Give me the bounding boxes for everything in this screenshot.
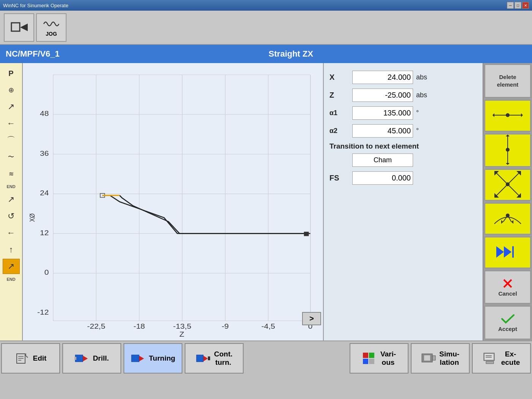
minimize-button[interactable]: ─ [507,2,514,9]
svg-text:24: 24 [40,189,49,197]
alpha2-label: α2 [329,127,352,135]
turning-icon [131,351,146,366]
title-text: WinNC for Sinumerik Operate [3,3,68,8]
arc-icon [492,209,523,228]
transition-label: Transition to next element [329,142,477,150]
sidebar-item-arc2[interactable]: ↺ [3,209,20,224]
main-area: P ⊕ ↗ ← ⌒ 〜 ≋ END ↗ ↺ ← ↑ ↗ END [0,63,532,340]
various-button[interactable]: Vari-ous [350,343,408,374]
alpha1-value-input[interactable]: 135.000 [352,106,413,120]
edit-button[interactable]: Edit [1,343,60,374]
simulation-label: Simu-lation [439,350,459,367]
simulation-button[interactable]: Simu-lation [411,343,470,374]
alpha2-unit: ° [416,127,419,135]
drill-icon [74,351,90,366]
fast-forward-button[interactable] [484,236,531,269]
sidebar-item-arrow3[interactable]: ↗ [3,192,20,207]
svg-rect-73 [363,359,368,364]
fs-value: 0.000 [392,174,411,182]
x-value-input[interactable]: 24.000 [352,71,413,84]
cross-expand-button[interactable] [484,169,531,201]
jog-button[interactable]: JOG [36,13,66,42]
svg-marker-1 [20,24,28,31]
accept-button[interactable]: Accept [484,306,531,340]
sidebar-item-wave[interactable]: 〜 [3,149,20,165]
arrow-horizontal-button[interactable] [484,100,531,132]
alpha2-value-input[interactable]: 45.000 [352,124,413,138]
svg-line-41 [496,184,508,196]
svg-rect-74 [369,359,374,364]
arrow-vertical-icon [502,135,513,165]
x-field-label: X [329,73,352,82]
sidebar-item-arrow2[interactable]: ← [3,116,20,131]
svg-marker-35 [506,135,510,136]
sidebar-item-wave2[interactable]: ≋ [3,166,20,181]
svg-point-37 [506,148,510,152]
svg-text:-4,5: -4,5 [261,322,275,330]
alpha1-field-row: α1 135.000 ° [329,106,477,120]
sidebar-item-crosshair[interactable]: ⊕ [3,82,20,98]
svg-text:XØ: XØ [28,213,36,222]
alpha2-value: 45.000 [388,127,411,135]
arc-button[interactable] [484,203,531,235]
drill-label: Drill. [93,354,109,363]
chart-svg: 48 36 24 12 0 -12 -22,5 -18 -13,5 -9 -4,… [27,67,319,337]
execute-icon [483,351,498,366]
back-button[interactable] [4,13,34,42]
close-button[interactable]: ✕ [522,2,529,9]
svg-marker-53 [504,246,511,258]
sidebar-end-2: END [3,276,20,283]
svg-rect-76 [424,355,430,361]
left-sidebar: P ⊕ ↗ ← ⌒ 〜 ≋ END ↗ ↺ ← ↑ ↗ END [0,63,23,340]
delete-element-button[interactable]: Deleteelement [484,64,531,98]
sidebar-item-arrow1[interactable]: ↗ [3,99,20,114]
turning-button[interactable]: Turning [124,343,182,374]
alpha2-field-row: α2 45.000 ° [329,124,477,138]
sidebar-item-arc1[interactable]: ⌒ [3,133,20,148]
svg-line-61 [25,355,28,358]
simulation-icon [421,351,436,366]
svg-rect-72 [369,353,374,358]
svg-rect-82 [486,361,494,364]
z-value: -25.000 [385,91,411,100]
svg-text:-22,5: -22,5 [87,322,105,330]
z-value-input[interactable]: -25.000 [352,89,413,102]
cont-turn-label: Cont.turn. [214,350,233,367]
header-right-title: Straight ZX [269,49,313,59]
svg-text:0: 0 [44,268,49,276]
svg-marker-64 [83,356,88,361]
cancel-button[interactable]: Cancel [484,270,531,304]
svg-text:-13,5: -13,5 [173,322,192,330]
fs-field-row: FS 0.000 [329,171,477,185]
various-label: Vari-ous [380,350,396,367]
arrow-vertical-button[interactable] [484,133,531,167]
cont-turn-button[interactable]: Cont.turn. [185,343,244,374]
fs-value-input[interactable]: 0.000 [352,171,413,185]
nav-arrow-button[interactable]: > [302,312,321,325]
cancel-icon [502,278,513,289]
sidebar-item-arrow6[interactable]: ↗ [3,259,20,274]
svg-line-39 [496,173,508,184]
svg-rect-29 [304,232,309,236]
right-buttons-panel: Deleteelement [483,63,532,340]
drill-button[interactable]: Drill. [62,343,121,374]
x-value: 24.000 [388,73,411,82]
alpha1-label: α1 [329,109,352,117]
cham-value[interactable]: Cham [352,154,413,167]
svg-text:36: 36 [40,149,49,157]
edit-icon [15,351,30,366]
svg-line-40 [508,173,519,184]
svg-rect-66 [131,355,139,362]
svg-line-48 [508,215,511,222]
x-field-row: X 24.000 abs [329,71,477,84]
sidebar-item-arrow4[interactable]: ← [3,225,20,241]
svg-rect-54 [512,246,514,258]
svg-rect-68 [196,355,203,362]
z-field-row: Z -25.000 abs [329,89,477,102]
jog-label: JOG [46,31,57,37]
execute-button[interactable]: Ex-ecute [472,343,531,374]
sidebar-item-arrow5[interactable]: ↑ [3,242,20,257]
cross-expand-icon [494,171,521,198]
svg-marker-51 [501,220,503,224]
maximize-button[interactable]: □ [515,2,521,9]
